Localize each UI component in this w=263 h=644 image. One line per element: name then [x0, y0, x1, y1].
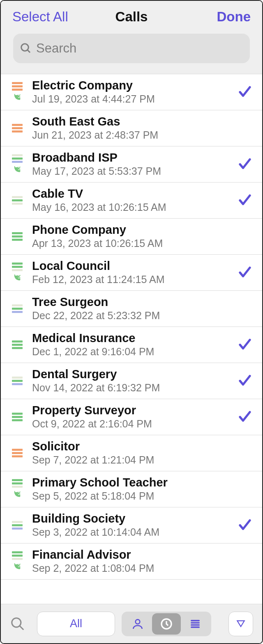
bottom-toolbar: All	[1, 604, 262, 643]
call-row[interactable]: Broadband ISP May 17, 2023 at 5:53:37 PM	[1, 146, 262, 183]
row-lead-icons	[8, 82, 26, 102]
row-lead-icons	[8, 449, 26, 457]
call-row[interactable]: Primary School Teacher Sep 5, 2022 at 5:…	[1, 471, 262, 507]
incoming-call-icon	[13, 165, 22, 174]
call-date: Sep 2, 2022 at 1:08:04 PM	[32, 562, 252, 574]
call-name: Medical Insurance	[32, 332, 233, 345]
search-bar[interactable]	[13, 34, 250, 63]
call-date: Feb 12, 2023 at 11:24:15 AM	[32, 274, 233, 285]
call-date: Nov 14, 2022 at 6:19:32 PM	[32, 382, 233, 394]
call-row[interactable]: Local Council Feb 12, 2023 at 11:24:15 A…	[1, 255, 262, 291]
call-name: Electric Company	[32, 79, 233, 92]
call-name: Building Society	[32, 512, 233, 525]
call-row[interactable]: Dental Surgery Nov 14, 2022 at 6:19:32 P…	[1, 363, 262, 399]
call-date: Jun 21, 2023 at 2:48:37 PM	[32, 129, 252, 141]
row-body: Medical Insurance Dec 1, 2022 at 9:16:04…	[32, 332, 233, 358]
priority-bars-icon	[12, 479, 23, 488]
row-body: Financial Advisor Sep 2, 2022 at 1:08:04…	[32, 548, 252, 575]
incoming-call-icon	[13, 562, 22, 571]
svg-line-1	[28, 50, 30, 53]
call-name: Solicitor	[32, 440, 252, 453]
row-lead-icons	[8, 232, 26, 241]
call-row[interactable]: Electric Company Jul 19, 2023 at 4:44:27…	[1, 74, 262, 110]
calls-list[interactable]: Electric Company Jul 19, 2023 at 4:44:27…	[1, 74, 262, 604]
row-body: Property Surveyor Oct 9, 2022 at 2:16:04…	[32, 404, 233, 430]
row-body: Local Council Feb 12, 2023 at 11:24:15 A…	[32, 260, 233, 286]
call-name: Dental Surgery	[32, 368, 233, 381]
selected-checkmark	[233, 337, 252, 353]
row-lead-icons	[8, 551, 26, 571]
app-window: Select All Calls Done Electric Company J…	[0, 0, 263, 644]
selected-checkmark	[233, 84, 252, 100]
row-lead-icons	[8, 263, 26, 283]
call-row[interactable]: Phone Company Apr 13, 2023 at 10:26:15 A…	[1, 219, 262, 255]
call-row[interactable]: Cable TV May 16, 2023 at 10:26:15 AM	[1, 183, 262, 219]
selected-checkmark	[233, 156, 252, 173]
call-date: Sep 7, 2022 at 1:21:04 PM	[32, 454, 252, 466]
call-name: Property Surveyor	[32, 404, 233, 417]
priority-bars-icon	[12, 340, 23, 349]
row-lead-icons	[8, 154, 26, 174]
row-body: Primary School Teacher Sep 5, 2022 at 5:…	[32, 476, 252, 502]
call-date: Oct 9, 2022 at 2:16:04 PM	[32, 418, 233, 430]
segment-recents[interactable]	[152, 613, 181, 635]
filter-toggle-button[interactable]	[228, 612, 253, 636]
call-name: Tree Surgeon	[32, 296, 252, 309]
filter-all-button[interactable]: All	[37, 612, 115, 636]
row-lead-icons	[8, 340, 26, 349]
svg-point-0	[21, 44, 29, 51]
call-name: Financial Advisor	[32, 548, 252, 562]
call-date: Dec 1, 2022 at 9:16:04 PM	[32, 346, 233, 358]
priority-bars-icon	[12, 551, 23, 560]
call-date: Sep 5, 2022 at 5:18:04 PM	[32, 490, 252, 502]
row-body: Tree Surgeon Dec 22, 2022 at 5:23:32 PM	[32, 296, 252, 322]
priority-bars-icon	[12, 154, 23, 163]
svg-point-4	[136, 619, 140, 624]
row-body: Dental Surgery Nov 14, 2022 at 6:19:32 P…	[32, 368, 233, 394]
call-row[interactable]: Building Society Sep 3, 2022 at 10:14:04…	[1, 507, 262, 544]
segment-list[interactable]	[181, 613, 210, 635]
priority-bars-icon	[12, 82, 23, 91]
call-row[interactable]: Tree Surgeon Dec 22, 2022 at 5:23:32 PM	[1, 291, 262, 327]
row-body: Solicitor Sep 7, 2022 at 1:21:04 PM	[32, 440, 252, 466]
view-segmented-control	[122, 612, 211, 636]
call-date: Sep 3, 2022 at 10:14:04 AM	[32, 526, 233, 538]
incoming-call-icon	[13, 490, 22, 499]
call-row[interactable]: Property Surveyor Oct 9, 2022 at 2:16:04…	[1, 399, 262, 435]
done-button[interactable]: Done	[217, 9, 251, 24]
call-name: Primary School Teacher	[32, 476, 252, 489]
selected-checkmark	[233, 373, 252, 389]
priority-bars-icon	[12, 377, 23, 385]
priority-bars-icon	[12, 521, 23, 530]
call-name: Phone Company	[32, 224, 252, 237]
call-name: Cable TV	[32, 187, 233, 201]
call-row[interactable]: South East Gas Jun 21, 2023 at 2:48:37 P…	[1, 110, 262, 146]
call-date: Apr 13, 2023 at 10:26:15 AM	[32, 238, 252, 249]
call-date: May 17, 2023 at 5:53:37 PM	[32, 165, 233, 177]
row-lead-icons	[8, 377, 26, 385]
selected-checkmark	[233, 409, 252, 425]
row-body: Phone Company Apr 13, 2023 at 10:26:15 A…	[32, 224, 252, 250]
call-row[interactable]: Medical Insurance Dec 1, 2022 at 9:16:04…	[1, 327, 262, 363]
toolbar-search-button[interactable]	[10, 612, 30, 636]
selected-checkmark	[233, 265, 252, 281]
call-date: May 16, 2023 at 10:26:15 AM	[32, 201, 233, 213]
select-all-button[interactable]: Select All	[12, 9, 68, 24]
call-row[interactable]: Solicitor Sep 7, 2022 at 1:21:04 PM	[1, 435, 262, 471]
page-title: Calls	[115, 9, 148, 25]
priority-bars-icon	[12, 196, 23, 205]
selected-checkmark	[233, 192, 252, 209]
call-row[interactable]: Financial Advisor Sep 2, 2022 at 1:08:04…	[1, 544, 262, 580]
call-name: Local Council	[32, 260, 233, 273]
priority-bars-icon	[12, 232, 23, 241]
row-body: Building Society Sep 3, 2022 at 10:14:04…	[32, 512, 233, 539]
row-lead-icons	[8, 479, 26, 499]
row-lead-icons	[8, 196, 26, 205]
row-body: Electric Company Jul 19, 2023 at 4:44:27…	[32, 79, 233, 105]
row-lead-icons	[8, 304, 26, 313]
search-input[interactable]	[36, 41, 243, 56]
segment-contacts[interactable]	[123, 613, 152, 635]
row-lead-icons	[8, 124, 26, 132]
call-name: Broadband ISP	[32, 151, 233, 164]
search-bar-container	[1, 30, 262, 74]
